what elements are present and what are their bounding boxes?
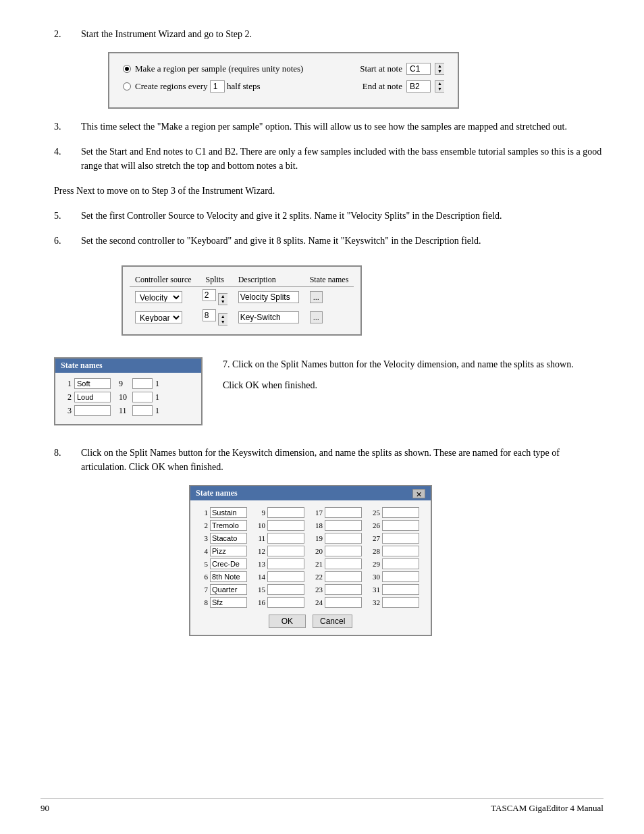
ctrl-splits-1: ▲ ▼ xyxy=(197,287,233,308)
sn-col-4: 25 26 27 28 29 30 31 32 xyxy=(371,507,423,608)
sn-ri-10[interactable] xyxy=(267,520,304,531)
list-item-5: 5. Set the first Controller Source to Ve… xyxy=(54,209,603,223)
ctrl-desc-input-1[interactable] xyxy=(238,291,299,303)
wizard-every-input[interactable] xyxy=(210,80,225,93)
sn-row-18: 18 xyxy=(313,520,365,531)
sn-small-rval-1: 1 xyxy=(155,379,159,389)
sn-small-input-1[interactable] xyxy=(74,378,111,389)
page-footer: 90 TASCAM GigaEditor 4 Manual xyxy=(41,798,603,814)
sn-ri-15[interactable] xyxy=(267,584,304,595)
wizard-option1-label: Make a region per sample (requires unity… xyxy=(135,63,303,74)
sn-rn-27: 27 xyxy=(371,534,380,542)
sn-ri-23[interactable] xyxy=(325,584,362,595)
ctrl-source-select-1[interactable]: Velocity xyxy=(135,291,182,303)
sn-row-17: 17 xyxy=(313,507,365,518)
radio-create-regions[interactable] xyxy=(123,82,131,90)
end-note-down[interactable]: ▼ xyxy=(435,86,444,92)
sn-ri-9[interactable] xyxy=(267,507,304,518)
start-note-spinner[interactable]: ▲ ▼ xyxy=(435,63,444,75)
sn-ri-20[interactable] xyxy=(325,546,362,556)
splits-1-up[interactable]: ▲ xyxy=(219,294,227,299)
wizard-row-2: Create regions every half steps End at n… xyxy=(123,80,444,93)
sn-ri-1[interactable] xyxy=(210,507,247,518)
sn-ri-13[interactable] xyxy=(267,558,304,569)
state-names-btn-1[interactable]: ... xyxy=(310,291,323,303)
end-note-up[interactable]: ▲ xyxy=(435,81,444,86)
ctrl-source-select-2[interactable]: Keyboard xyxy=(135,311,182,323)
sn-small-input-2[interactable] xyxy=(74,392,111,402)
sn-small-rval-2: 1 xyxy=(155,392,159,402)
sn-ri-11[interactable] xyxy=(267,533,304,544)
step7-para1: 7. Click on the Split Names button for t… xyxy=(223,357,603,371)
sn-rn-25: 25 xyxy=(371,509,380,517)
splits-1-down[interactable]: ▼ xyxy=(219,299,227,305)
sn-ri-32[interactable] xyxy=(382,597,419,608)
state-names-btn-2[interactable]: ... xyxy=(310,311,323,323)
sn-ri-18[interactable] xyxy=(325,520,362,531)
sn-ri-21[interactable] xyxy=(325,558,362,569)
sn-row-26: 26 xyxy=(371,520,423,531)
end-note-input[interactable] xyxy=(406,80,431,93)
sn-ri-29[interactable] xyxy=(382,558,419,569)
sn-row-6: 6 xyxy=(198,571,250,582)
sn-ri-22[interactable] xyxy=(325,571,362,582)
wizard-dialog: Make a region per sample (requires unity… xyxy=(108,52,459,109)
sn-col-3: 17 18 19 20 21 22 23 24 xyxy=(313,507,365,608)
sn-ri-2[interactable] xyxy=(210,520,247,531)
ok-button[interactable]: OK xyxy=(269,615,306,628)
side-by-side-section: State names 1 9 1 2 10 1 xyxy=(54,357,603,432)
sn-small-input-3[interactable] xyxy=(74,405,111,416)
sn-rn-32: 32 xyxy=(371,598,380,606)
sn-ri-19[interactable] xyxy=(325,533,362,544)
sn-ri-3[interactable] xyxy=(210,533,247,544)
ctrl-splits-input-2[interactable] xyxy=(203,309,216,321)
sn-row-29: 29 xyxy=(371,558,423,569)
start-note-up[interactable]: ▲ xyxy=(435,63,444,69)
sn-ri-12[interactable] xyxy=(267,546,304,556)
col-header-state: State names xyxy=(304,273,354,287)
sn-row-25: 25 xyxy=(371,507,423,518)
sn-ri-27[interactable] xyxy=(382,533,419,544)
sn-ri-5[interactable] xyxy=(210,558,247,569)
sn-row-22: 22 xyxy=(313,571,365,582)
sn-ri-26[interactable] xyxy=(382,520,419,531)
sn-row-31: 31 xyxy=(371,584,423,595)
sn-ri-7[interactable] xyxy=(210,584,247,595)
sn-ri-17[interactable] xyxy=(325,507,362,518)
sn-ri-4[interactable] xyxy=(210,546,247,556)
sn-small-rinput-1[interactable] xyxy=(132,378,153,389)
start-note-down[interactable]: ▼ xyxy=(435,69,444,74)
end-note-spinner[interactable]: ▲ ▼ xyxy=(435,80,444,93)
sn-ri-31[interactable] xyxy=(382,584,419,595)
splits-2-up[interactable]: ▲ xyxy=(219,314,227,319)
sn-ri-16[interactable] xyxy=(267,597,304,608)
cancel-button[interactable]: Cancel xyxy=(313,615,352,628)
sn-rn-3: 3 xyxy=(198,534,208,542)
sn-row-19: 19 xyxy=(313,533,365,544)
start-note-input[interactable] xyxy=(406,63,431,75)
sn-ri-24[interactable] xyxy=(325,597,362,608)
sn-small-rinput-3[interactable] xyxy=(132,405,153,416)
sn-ri-30[interactable] xyxy=(382,571,419,582)
sn-row-10: 10 xyxy=(256,520,308,531)
sn-rn-29: 29 xyxy=(371,560,380,568)
state-names-small-dialog: State names 1 9 1 2 10 1 xyxy=(54,357,203,425)
wizard-option2-suffix: half steps xyxy=(227,81,260,92)
ctrl-splits-spinner-2[interactable]: ▲ ▼ xyxy=(218,313,227,325)
sn-ri-28[interactable] xyxy=(382,546,419,556)
sn-ri-25[interactable] xyxy=(382,507,419,518)
sn-ri-6[interactable] xyxy=(210,571,247,582)
ctrl-splits-spinner-1[interactable]: ▲ ▼ xyxy=(218,293,227,305)
ctrl-splits-input-1[interactable] xyxy=(203,289,216,301)
step-num-8: 8. xyxy=(54,446,81,474)
sn-ri-14[interactable] xyxy=(267,571,304,582)
close-button[interactable]: ✕ xyxy=(412,489,425,498)
ctrl-desc-input-2[interactable] xyxy=(238,311,299,323)
sn-rn-16: 16 xyxy=(256,598,265,606)
sn-ri-8[interactable] xyxy=(210,597,247,608)
sn-rn-24: 24 xyxy=(313,598,323,606)
sn-small-rinput-2[interactable] xyxy=(132,392,153,402)
wizard-right-2: End at note ▲ ▼ xyxy=(363,80,444,93)
radio-make-region[interactable] xyxy=(123,65,131,73)
splits-2-down[interactable]: ▼ xyxy=(219,319,227,325)
